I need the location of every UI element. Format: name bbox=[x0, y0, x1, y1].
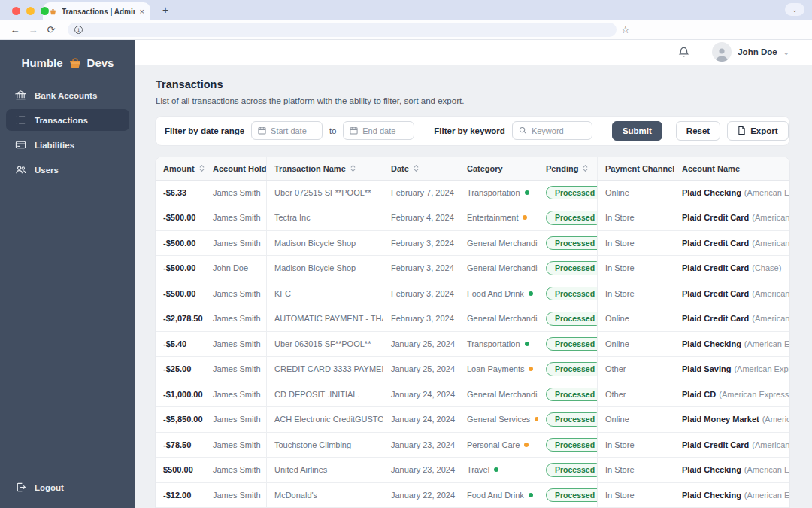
to-label: to bbox=[329, 126, 336, 135]
browser-toolbar: ← → ⟳ i ☆ bbox=[0, 20, 812, 40]
site-info-icon[interactable]: i bbox=[74, 26, 83, 34]
logout-button[interactable]: Logout bbox=[0, 474, 135, 508]
reload-icon[interactable]: ⟳ bbox=[44, 23, 59, 38]
category-dot-icon bbox=[529, 291, 533, 296]
window-zoom-button[interactable] bbox=[41, 7, 49, 15]
date-cell: February 3, 2024 bbox=[383, 306, 459, 331]
browser-tab[interactable]: Transactions | Admin Dashbo × bbox=[43, 2, 150, 20]
transaction-name-cell: ACH Electronic CreditGUSTO PA... bbox=[267, 407, 383, 432]
url-bar[interactable]: i bbox=[68, 23, 617, 37]
date-cell: January 24, 2024 bbox=[383, 382, 459, 407]
sort-icon[interactable] bbox=[414, 165, 419, 172]
column-header-category[interactable]: Category bbox=[459, 157, 538, 180]
table-row[interactable]: -$5,850.00 James Smith ACH Electronic Cr… bbox=[156, 407, 789, 433]
forward-icon[interactable]: → bbox=[26, 23, 41, 38]
column-header-date[interactable]: Date bbox=[383, 157, 459, 180]
transaction-name-cell: Tectra Inc bbox=[267, 205, 383, 230]
status-badge: Processed bbox=[546, 312, 598, 326]
tab-search-chevron-icon[interactable]: ⌄ bbox=[785, 3, 804, 16]
sort-icon[interactable] bbox=[199, 165, 205, 172]
payment-channel-cell: In Store bbox=[598, 483, 674, 508]
table-row[interactable]: -$25.00 James Smith CREDIT CARD 3333 PAY… bbox=[156, 357, 789, 382]
sort-icon[interactable] bbox=[583, 165, 588, 172]
sidebar-item-transactions[interactable]: Transactions bbox=[6, 109, 129, 131]
column-header-transaction-name[interactable]: Transaction Name bbox=[267, 157, 383, 180]
basket-icon bbox=[68, 57, 83, 69]
category-cell: Food And Drink bbox=[459, 483, 538, 508]
transaction-name-cell: Uber 063015 SF**POOL** bbox=[267, 332, 383, 357]
transaction-name-cell: CREDIT CARD 3333 PAYMENT *// bbox=[267, 357, 383, 382]
payment-channel-cell: In Store bbox=[598, 433, 674, 458]
pending-cell: Processed bbox=[538, 458, 598, 482]
table-row[interactable]: -$500.00 John Doe Madison Bicycle Shop F… bbox=[156, 256, 789, 281]
account-name-label: Plaid Checking bbox=[682, 491, 741, 500]
start-date-input[interactable] bbox=[251, 121, 323, 140]
bookmark-star-icon[interactable]: ☆ bbox=[621, 24, 630, 35]
table-row[interactable]: -$12.00 James Smith McDonald's January 2… bbox=[156, 483, 789, 508]
transaction-name-cell: AUTOMATIC PAYMENT - THANK bbox=[267, 306, 383, 331]
new-tab-button[interactable]: + bbox=[158, 2, 173, 17]
table-row[interactable]: -$500.00 James Smith Madison Bicycle Sho… bbox=[156, 231, 789, 257]
window-close-button[interactable] bbox=[12, 7, 20, 15]
category-dot-icon bbox=[525, 342, 529, 346]
end-date-input[interactable] bbox=[343, 121, 414, 140]
table-row[interactable]: -$1,000.00 James Smith CD DEPOSIT .INITI… bbox=[156, 382, 789, 408]
reset-button[interactable]: Reset bbox=[676, 121, 720, 141]
sidebar-item-users[interactable]: Users bbox=[6, 159, 129, 181]
table-row[interactable]: -$78.50 James Smith Touchstone Climbing … bbox=[156, 433, 789, 458]
keyword-input[interactable] bbox=[512, 121, 592, 140]
export-button[interactable]: Export bbox=[727, 121, 788, 141]
start-date-field[interactable] bbox=[271, 126, 316, 135]
amount-cell: -$5.40 bbox=[156, 332, 205, 357]
date-cell: February 7, 2024 bbox=[383, 181, 459, 205]
status-badge: Processed bbox=[546, 261, 598, 275]
category-label: General Services bbox=[467, 415, 530, 424]
column-header-payment-channel[interactable]: Payment Channel bbox=[598, 157, 674, 180]
category-cell: General Merchandise bbox=[459, 231, 538, 256]
chevron-down-icon: ⌄ bbox=[783, 48, 789, 56]
account-name-label: Plaid CD bbox=[682, 390, 716, 399]
table-row[interactable]: -$500.00 James Smith KFC February 3, 202… bbox=[156, 281, 789, 307]
column-header-account-name[interactable]: Account Name bbox=[674, 157, 789, 180]
export-label: Export bbox=[750, 126, 777, 135]
account-name-cell: Plaid Credit Card (American Expr... bbox=[674, 306, 789, 331]
column-label: Date bbox=[391, 164, 409, 173]
account-institution-label: (American Expr... bbox=[752, 239, 789, 248]
column-header-pending[interactable]: Pending bbox=[538, 157, 598, 180]
column-header-account-holder[interactable]: Account Holder bbox=[205, 157, 267, 180]
account-name-cell: Plaid Credit Card (American Expr... bbox=[674, 433, 789, 458]
favicon-basket-icon bbox=[49, 8, 57, 16]
date-cell: February 3, 2024 bbox=[383, 231, 459, 256]
account-institution-label: (American Expr... bbox=[752, 440, 789, 449]
sidebar-item-bank-accounts[interactable]: Bank Accounts bbox=[6, 84, 129, 106]
window-minimize-button[interactable] bbox=[26, 7, 35, 15]
table-row[interactable]: $500.00 James Smith United Airlines Janu… bbox=[156, 458, 789, 483]
pending-cell: Processed bbox=[538, 181, 598, 205]
column-header-amount[interactable]: Amount bbox=[156, 157, 205, 180]
amount-cell: -$500.00 bbox=[156, 256, 205, 281]
status-badge: Processed bbox=[546, 337, 598, 351]
keyword-field[interactable] bbox=[532, 126, 586, 135]
transaction-name-cell: Madison Bicycle Shop bbox=[267, 256, 383, 281]
table-row[interactable]: -$2,078.50 James Smith AUTOMATIC PAYMENT… bbox=[156, 306, 789, 332]
account-holder-cell: James Smith bbox=[205, 382, 267, 407]
table-row[interactable]: -$5.40 James Smith Uber 063015 SF**POOL*… bbox=[156, 332, 789, 357]
tab-close-icon[interactable]: × bbox=[140, 7, 144, 16]
table-row[interactable]: -$6.33 James Smith Uber 072515 SF**POOL*… bbox=[156, 181, 789, 206]
account-name-cell: Plaid Credit Card (American Expr... bbox=[674, 281, 789, 306]
sort-icon[interactable] bbox=[350, 165, 356, 172]
back-icon[interactable]: ← bbox=[8, 23, 23, 38]
table-row[interactable]: -$500.00 James Smith Tectra Inc February… bbox=[156, 205, 789, 231]
category-label: Travel bbox=[467, 465, 489, 474]
browser-tab-strip: Transactions | Admin Dashbo × + ⌄ bbox=[0, 0, 812, 20]
notification-bell-icon[interactable] bbox=[677, 46, 690, 59]
sidebar-item-liabilities[interactable]: Liabilities bbox=[6, 134, 129, 156]
payment-channel-cell: Other bbox=[598, 382, 674, 407]
user-menu[interactable]: John Doe ⌄ bbox=[712, 42, 789, 62]
submit-button[interactable]: Submit bbox=[612, 121, 662, 141]
amount-cell: -$500.00 bbox=[156, 205, 205, 230]
end-date-field[interactable] bbox=[362, 126, 408, 135]
category-dot-icon bbox=[523, 215, 527, 220]
payment-channel-cell: Other bbox=[598, 357, 674, 382]
export-file-icon bbox=[738, 126, 746, 135]
